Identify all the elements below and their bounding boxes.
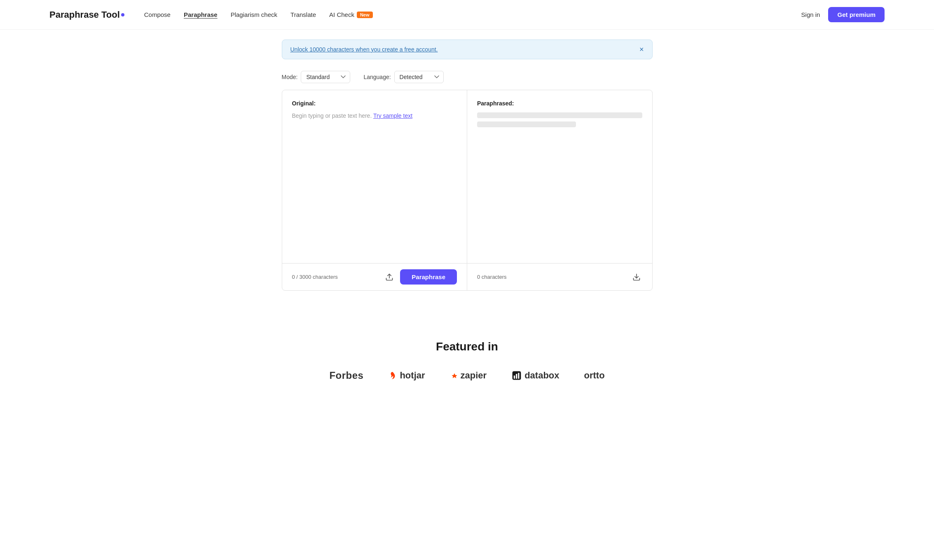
skeleton-line-2: [477, 121, 576, 127]
svg-rect-4: [516, 374, 517, 379]
controls-row: Mode: Standard Fluency Formal Academic S…: [282, 71, 653, 83]
language-control: Language: Detected English French Spanis…: [363, 71, 443, 83]
databox-icon: [511, 370, 522, 381]
editor-footer: 0 / 3000 characters Paraphrase 0 charact…: [282, 263, 652, 290]
nav-ai-check[interactable]: AI Check New: [329, 11, 372, 18]
brand-ortto-label: ortto: [584, 370, 605, 380]
nav-actions: Sign in Get premium: [801, 7, 885, 22]
paraphrase-button[interactable]: Paraphrase: [400, 269, 457, 285]
nav-plagiarism[interactable]: Plagiarism check: [231, 11, 277, 18]
language-select[interactable]: Detected English French Spanish German: [394, 71, 444, 83]
zapier-icon: [450, 371, 459, 380]
paraphrased-panel: Paraphrased:: [467, 90, 652, 263]
brand-databox-label: databox: [524, 370, 559, 381]
promo-banner: Unlock 10000 characters when you create …: [282, 40, 653, 59]
logo-dot: [121, 13, 124, 16]
site-logo[interactable]: Paraphrase Tool: [49, 9, 124, 20]
brand-zapier: zapier: [450, 370, 487, 381]
sign-in-button[interactable]: Sign in: [801, 11, 820, 18]
char-count-right: 0 characters: [477, 274, 507, 280]
mode-label: Mode:: [282, 74, 298, 80]
navbar: Paraphrase Tool Compose Paraphrase Plagi…: [0, 0, 934, 30]
badge-new: New: [357, 12, 373, 18]
banner-link[interactable]: Unlock 10000 characters when you create …: [290, 46, 438, 53]
mode-select[interactable]: Standard Fluency Formal Academic Simple …: [301, 71, 350, 83]
brand-zapier-label: zapier: [461, 370, 487, 381]
editor-panels: Original: Begin typing or paste text her…: [282, 90, 652, 263]
editor-wrapper: Original: Begin typing or paste text her…: [282, 90, 653, 291]
featured-section: Featured in Forbes hotjar zapier datab: [0, 315, 934, 398]
char-count-left: 0 / 3000 characters: [292, 274, 338, 280]
footer-left: 0 / 3000 characters Paraphrase: [282, 264, 468, 290]
paraphrased-label: Paraphrased:: [477, 100, 642, 107]
nav-links: Compose Paraphrase Plagiarism check Tran…: [144, 11, 801, 18]
brand-forbes-label: Forbes: [329, 370, 363, 381]
banner-text: Unlock 10000 characters when you create …: [290, 46, 438, 53]
featured-logos: Forbes hotjar zapier databox ortto: [0, 370, 934, 381]
language-label: Language:: [363, 74, 391, 80]
featured-title: Featured in: [0, 340, 934, 353]
logo-text: Paraphrase Tool: [49, 9, 120, 20]
mode-control: Mode: Standard Fluency Formal Academic S…: [282, 71, 351, 83]
brand-databox: databox: [511, 370, 559, 381]
svg-rect-5: [518, 373, 519, 379]
banner-close-button[interactable]: ×: [639, 46, 644, 53]
brand-forbes: Forbes: [329, 370, 363, 381]
get-premium-button[interactable]: Get premium: [828, 7, 885, 22]
download-button[interactable]: [631, 271, 642, 283]
hotjar-icon: [388, 371, 397, 380]
main-container: Unlock 10000 characters when you create …: [282, 30, 653, 315]
brand-hotjar-label: hotjar: [400, 370, 425, 381]
brand-ortto: ortto: [584, 370, 605, 381]
skeleton-line-1: [477, 112, 642, 118]
original-panel: Original: Begin typing or paste text her…: [282, 90, 468, 263]
brand-hotjar: hotjar: [388, 370, 425, 381]
nav-paraphrase[interactable]: Paraphrase: [184, 11, 218, 18]
footer-left-actions: Paraphrase: [384, 269, 457, 285]
svg-rect-3: [514, 376, 515, 379]
nav-translate[interactable]: Translate: [290, 11, 316, 18]
skeleton-loader: [477, 112, 642, 127]
upload-button[interactable]: [384, 271, 395, 283]
nav-compose[interactable]: Compose: [144, 11, 171, 18]
footer-right: 0 characters: [467, 264, 652, 290]
nav-ai-check-label: AI Check: [329, 11, 354, 18]
